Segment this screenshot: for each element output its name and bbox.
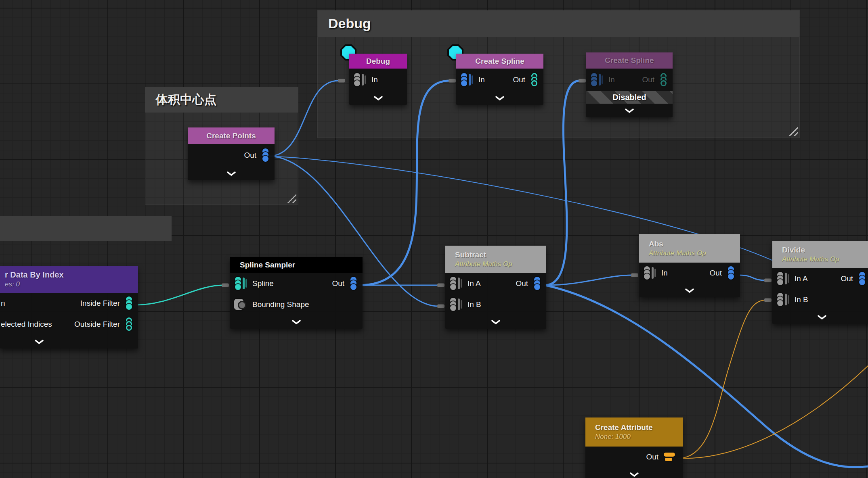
node-title: Create Attribute [595,423,673,432]
input-pin-in-b-icon[interactable] [776,292,789,307]
node-header[interactable]: Spline Sampler [230,257,363,273]
wire-stub [764,298,772,302]
pin-label: In B [468,300,481,309]
node-header[interactable]: Subtract Attribute Maths Op [445,246,546,273]
comment-box-untitled[interactable] [0,216,172,241]
node-subtract[interactable]: Subtract Attribute Maths Op In A Out In … [445,246,546,329]
pin-label: n [1,299,5,308]
wire-create_attribute.out-to-offscreen_right[interactable] [678,365,868,458]
output-pin-outside-filter-icon[interactable] [125,317,134,332]
node-debug[interactable]: Debug In [349,54,407,105]
node-title: Abs [649,240,730,248]
pin-label: Out [516,279,528,288]
collapse-chevron-icon[interactable] [772,310,868,324]
collapse-chevron-icon[interactable] [188,167,275,180]
collapse-chevron-icon[interactable] [639,284,740,297]
node-header[interactable]: Debug [349,54,407,69]
comment-title-bar[interactable]: Debug [318,10,799,37]
pin-label: Spline [252,279,274,288]
input-pin-in-icon[interactable] [643,266,656,280]
pin-row: In B [772,289,868,310]
pin-label: In [661,269,668,278]
wire-filter.inside_filter-to-spline_sampler.spline[interactable] [136,285,223,305]
wire-subtract.out-to-abs.in[interactable] [545,275,632,285]
input-pin-bounding-shape-icon[interactable] [234,297,247,312]
node-create-points[interactable]: Create Points Out [188,127,275,180]
pin-label: Bounding Shape [252,300,309,309]
output-pin-out-icon[interactable] [858,271,867,286]
collapse-chevron-icon[interactable] [230,315,363,329]
pin-label: Out [244,151,256,160]
collapse-chevron-icon[interactable] [456,91,543,105]
node-subtitle: es: 0 [5,280,128,288]
node-title: Create Spline [475,57,524,66]
input-pin-in-icon[interactable] [353,73,366,87]
comment-title: 体积中心点 [156,92,216,108]
output-pin-out-icon[interactable] [262,148,270,163]
wire-create_attribute.out-to-divide.in_b[interactable] [678,300,765,458]
pin-row: In [349,69,407,91]
node-title: Divide [782,246,862,255]
collapse-chevron-icon[interactable] [586,104,673,117]
node-title: r Data By Index [5,270,128,280]
collapse-chevron-icon[interactable] [445,315,546,329]
wire-stub [631,273,638,277]
input-pin-in-b-icon[interactable] [449,297,462,312]
wire-abs.out-to-divide.in_a[interactable] [739,275,765,280]
input-pin-in-a-icon[interactable] [449,276,462,291]
disabled-status-banner: Disabled [586,91,673,104]
collapse-chevron-icon[interactable] [349,91,407,105]
comment-title: Debug [328,16,371,31]
comment-title-bar[interactable]: 体积中心点 [145,87,298,113]
resize-handle-icon[interactable] [787,125,798,136]
pin-label: Out [513,75,525,84]
pin-label: In [371,75,378,84]
node-divide[interactable]: Divide Attribute Maths Op In A Out In B [772,241,868,324]
pin-label: Out [332,279,344,288]
pin-label: In [478,75,485,84]
pin-row: In B [445,294,546,315]
pin-row: In Out [456,69,543,91]
node-filter-data-by-index[interactable]: r Data By Index es: 0 n Inside Filter el… [0,266,138,349]
pcg-graph-canvas[interactable]: Debug 体积中心点 Debug In Create [0,0,868,478]
collapse-chevron-icon[interactable] [585,468,683,478]
input-pin-in-icon[interactable] [460,73,473,87]
pin-row: elected Indices Outside Filter [0,314,138,335]
input-pin-spline-icon[interactable] [234,276,247,291]
node-header[interactable]: Create Spline [456,54,543,69]
node-header[interactable]: Abs Attribute Maths Op [639,234,740,263]
node-header[interactable]: r Data By Index es: 0 [0,266,138,293]
pin-row: In Out [639,263,740,284]
node-spline-sampler[interactable]: Spline Sampler Spline Out Bounding Shape [230,257,363,329]
node-create-spline-1[interactable]: Create Spline In Out [456,54,543,105]
node-header[interactable]: Divide Attribute Maths Op [772,241,868,268]
node-create-spline-2[interactable]: Create Spline In Out Disabled [586,52,673,117]
pin-label: In A [468,279,481,288]
pin-label: Inside Filter [80,299,120,308]
output-pin-inside-filter-icon[interactable] [125,296,134,311]
node-title: Debug [366,57,390,66]
node-create-attribute[interactable]: Create Attribute None: 1000 Out [585,417,683,478]
output-pin-out-icon[interactable] [350,276,359,291]
node-header[interactable]: Create Points [188,127,275,144]
input-pin-in-a-icon[interactable] [776,271,789,286]
output-pin-out-icon[interactable] [727,266,736,280]
node-subtitle: None: 1000 [595,433,673,441]
resize-handle-icon[interactable] [286,192,296,203]
pin-label: In A [795,274,808,283]
output-pin-out-icon[interactable] [660,73,669,87]
node-header[interactable]: Create Spline [586,52,673,69]
output-pin-out-icon[interactable] [533,276,542,291]
output-pin-out-icon[interactable] [530,73,539,87]
node-header[interactable]: Create Attribute None: 1000 [585,417,683,447]
wire-stub [764,279,772,282]
pin-label: In B [795,295,808,304]
node-abs[interactable]: Abs Attribute Maths Op In Out [639,234,740,297]
pin-label: elected Indices [1,320,52,329]
input-pin-in-icon[interactable] [590,73,603,87]
wire-stub [222,284,229,287]
pin-label: Outside Filter [74,320,120,329]
pin-label: Out [642,75,654,84]
output-pin-out-icon[interactable] [664,450,677,464]
collapse-chevron-icon[interactable] [0,335,138,349]
